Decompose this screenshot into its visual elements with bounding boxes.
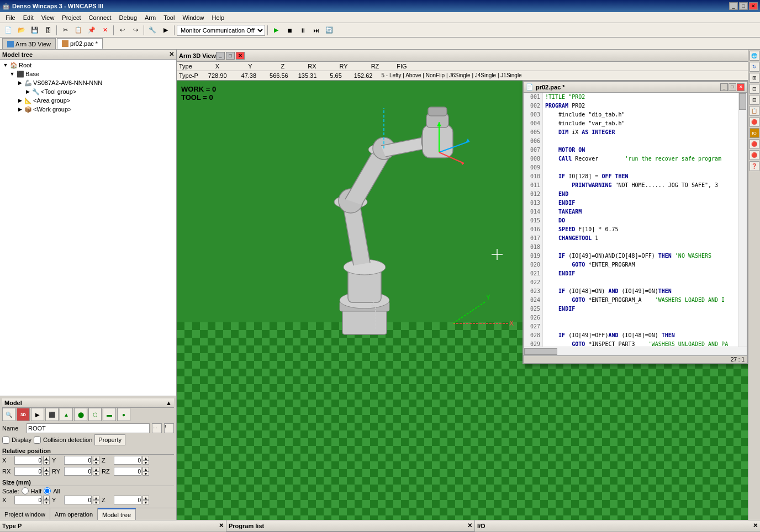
tb-step-button[interactable]: ⏭	[310, 24, 322, 36]
tb-open-button[interactable]: 📂	[15, 24, 28, 36]
y-down[interactable]: ▼	[93, 460, 99, 465]
ry-down[interactable]: ▼	[93, 471, 99, 476]
code-line-2[interactable]: PROGRAM PRO2	[543, 102, 738, 110]
tb-undo-button[interactable]: ↩	[116, 24, 128, 36]
code-line-26[interactable]	[543, 313, 738, 322]
tb-copy-button[interactable]: 📋	[72, 24, 85, 36]
tree-expand-area[interactable]: ▶	[17, 97, 23, 104]
3d-viewport[interactable]: WORK = 0 TOOL = 0	[177, 81, 748, 520]
tab-project-window[interactable]: Project window	[0, 508, 50, 520]
x-up[interactable]: ▲	[43, 456, 50, 460]
code-close[interactable]: ✕	[737, 83, 745, 91]
sidebar-btn-6[interactable]: 📋	[750, 106, 759, 116]
code-text-area[interactable]: !TITLE "PRO2 PROGRAM PRO2 #include "dio_…	[543, 93, 738, 347]
y-up[interactable]: ▲	[93, 456, 99, 460]
collision-checkbox[interactable]	[34, 437, 41, 444]
code-line-18[interactable]	[543, 243, 738, 252]
code-line-23[interactable]: IF (IO[48]=ON) AND (IO[49]=ON)THEN	[543, 287, 738, 296]
code-line-27[interactable]	[543, 322, 738, 331]
sy-up[interactable]: ▲	[93, 496, 99, 500]
arm3d-minimize[interactable]: _	[216, 52, 225, 60]
tb-stop-button[interactable]: ⏹	[283, 24, 295, 36]
tree-expand-work[interactable]: ▶	[17, 106, 23, 113]
model-tool-sphere[interactable]: ●	[117, 408, 130, 421]
tree-expand-tool[interactable]: ▶	[24, 88, 31, 95]
code-line-29[interactable]: GOTO *INSPECT_PART3 'WASHERS UNLOADED AN…	[543, 340, 738, 347]
model-tool-hex[interactable]: ⬡	[88, 408, 102, 421]
rx-up[interactable]: ▲	[43, 467, 50, 471]
menu-window[interactable]: Window	[179, 13, 207, 22]
code-line-19[interactable]: IF (IO[49]=ON)AND(IO[48]=OFF) THEN 'NO W…	[543, 252, 738, 260]
code-vertical-scrollbar[interactable]	[738, 93, 747, 347]
minimize-button[interactable]: _	[729, 2, 738, 10]
menu-debug[interactable]: Debug	[116, 13, 140, 22]
z-down[interactable]: ▼	[142, 460, 149, 465]
z-input[interactable]	[114, 456, 141, 465]
menu-arm[interactable]: Arm	[141, 13, 159, 22]
code-line-3[interactable]: #include "dio_tab.h"	[543, 110, 738, 119]
tab-arm-operation[interactable]: Arm operation	[50, 508, 98, 520]
code-maximize[interactable]: □	[729, 83, 736, 91]
io-close[interactable]: ✕	[753, 522, 758, 529]
y-input[interactable]	[64, 456, 92, 465]
tb-new-button[interactable]: 📄	[2, 24, 14, 36]
arm3d-close[interactable]: ✕	[236, 52, 245, 60]
menu-connect[interactable]: Connect	[86, 13, 115, 22]
sz-input[interactable]	[114, 496, 141, 504]
code-line-25[interactable]: ENDIF	[543, 305, 738, 313]
tb-pause-button[interactable]: ⏸	[297, 24, 309, 36]
sx-up[interactable]: ▲	[43, 496, 50, 500]
scale-all-radio[interactable]	[44, 487, 51, 494]
tb-run-button[interactable]: ▶	[160, 24, 172, 36]
code-line-4[interactable]: #include "var_tab.h"	[543, 119, 738, 128]
menu-view[interactable]: View	[38, 13, 58, 22]
tab-arm3d[interactable]: Arm 3D View	[2, 38, 56, 49]
code-line-17[interactable]: CHANGETOOL 1	[543, 234, 738, 243]
model-tool-rect[interactable]: ▬	[103, 408, 116, 421]
rx-down[interactable]: ▼	[43, 471, 50, 476]
tree-expand-robot[interactable]: ▶	[17, 79, 23, 86]
tb-delete-button[interactable]: ✕	[99, 24, 111, 36]
model-tool-tri[interactable]: ▲	[60, 408, 73, 421]
name-input[interactable]	[27, 423, 150, 433]
code-line-5[interactable]: DIM iX AS INTEGER	[543, 128, 738, 137]
model-scroll-up[interactable]: ▲	[166, 400, 172, 406]
code-line-22[interactable]	[543, 278, 738, 287]
code-line-28[interactable]: IF (IO[49]=OFF)AND (IO[48]=ON) THEN	[543, 331, 738, 340]
property-button[interactable]: Property	[94, 434, 125, 445]
menu-project[interactable]: Project	[59, 13, 84, 22]
menu-file[interactable]: File	[2, 13, 19, 22]
tb-save-button[interactable]: 💾	[29, 24, 41, 36]
sidebar-btn-io[interactable]: IO	[750, 128, 759, 138]
code-line-9[interactable]	[543, 163, 738, 172]
tb-reset-button[interactable]: 🔄	[323, 24, 335, 36]
sidebar-btn-3[interactable]: ⊞	[750, 73, 759, 83]
sz-down[interactable]: ▼	[142, 500, 149, 504]
code-line-15[interactable]: DO	[543, 216, 738, 225]
model-tool-3d[interactable]: 3D	[17, 408, 30, 421]
code-horizontal-scrollbar[interactable]	[524, 347, 747, 355]
sidebar-btn-7[interactable]: 🔴	[750, 117, 759, 127]
name-btn[interactable]: …	[152, 423, 162, 433]
code-line-16[interactable]: SPEED F[10] * 0.75	[543, 225, 738, 234]
sidebar-btn-2[interactable]: ↻	[750, 62, 759, 72]
close-button[interactable]: ✕	[749, 2, 758, 10]
tb-save-all-button[interactable]: 🗄	[42, 24, 54, 36]
code-minimize[interactable]: _	[720, 83, 728, 91]
code-line-7[interactable]: MOTOR ON	[543, 146, 738, 155]
rz-down[interactable]: ▼	[142, 471, 149, 476]
arm3d-maximize[interactable]: □	[226, 52, 235, 60]
sz-up[interactable]: ▲	[142, 496, 149, 500]
code-line-8[interactable]: CAll Recover 'run the recover safe progr…	[543, 155, 738, 163]
sy-input[interactable]	[64, 496, 92, 504]
maximize-button[interactable]: □	[739, 2, 748, 10]
menu-help[interactable]: Help	[209, 13, 228, 22]
rx-input[interactable]	[14, 467, 42, 476]
menu-tool[interactable]: Tool	[160, 13, 178, 22]
tree-item-root[interactable]: ▼ 🏠 Root	[1, 61, 175, 70]
tb-redo-button[interactable]: ↪	[129, 24, 141, 36]
monitor-combo[interactable]: Monitor Communication Offline	[177, 25, 265, 36]
sy-down[interactable]: ▼	[93, 500, 99, 504]
model-tool-box[interactable]: ⬛	[45, 408, 59, 421]
tree-item-work-group[interactable]: ▶ 📦 <Work group>	[1, 105, 175, 114]
